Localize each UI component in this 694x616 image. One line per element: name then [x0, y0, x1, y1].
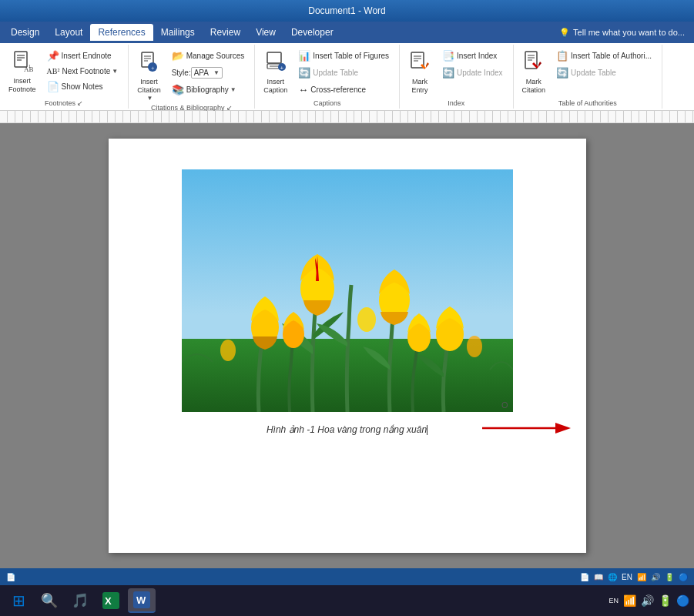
footnotes-expand[interactable]: ↙: [77, 99, 83, 107]
update-index-btn[interactable]: 🔄 Update Index: [437, 65, 508, 81]
svg-text:+: +: [151, 65, 155, 72]
volume-icon: 🔊: [651, 573, 660, 581]
update-table-captions-btn[interactable]: 🔄 Update Table: [293, 65, 394, 81]
insert-endnote-label: Insert Endnote: [62, 52, 112, 60]
captions-label: Captions: [313, 99, 341, 109]
bibliography-icon: 📚: [172, 84, 184, 95]
footnotes-group: AB 1 InsertFootnote 📌 Insert Endnote AB²…: [0, 45, 129, 109]
ruler-marks: [0, 111, 694, 122]
groove-app[interactable]: 🎵: [66, 588, 94, 613]
footnote-icon: AB 1: [12, 50, 33, 75]
footnotes-content: AB 1 InsertFootnote 📌 Insert Endnote AB²…: [5, 48, 123, 99]
menu-mailings[interactable]: Mailings: [153, 24, 203, 41]
taskbar: ⊞ 🔍 🎵 X W EN 📶 🔊 🔋 🔵: [0, 585, 694, 616]
table-figures-icon: 📊: [298, 50, 310, 62]
mark-entry-icon: [409, 50, 431, 76]
language-indicator: EN: [622, 573, 632, 581]
menu-review[interactable]: Review: [203, 24, 248, 41]
svg-text:+: +: [280, 65, 283, 72]
document-page: O Hình ảnh -1 Hoa vàng trong nắng xuân: [109, 139, 586, 553]
manage-sources-label: Manage Sources: [186, 52, 245, 60]
mark-entry-btn[interactable]: MarkEntry: [404, 48, 435, 97]
next-footnote-label: Next Footnote: [62, 67, 110, 75]
style-dropdown[interactable]: APA ▼: [191, 67, 223, 79]
next-footnote-icon: AB²: [47, 67, 60, 75]
taskbar-sound: 🔊: [641, 594, 654, 607]
style-arrow: ▼: [213, 69, 220, 76]
taskbar-right: EN 📶 🔊 🔋 🔵: [609, 594, 689, 607]
update-index-label: Update Index: [457, 69, 503, 77]
caption-icon: +: [265, 50, 287, 76]
tell-me-bar[interactable]: 💡 Tell me what you want to do...: [553, 28, 691, 38]
mark-citation-icon: [523, 50, 545, 76]
authorities-group: MarkCitation 📋 Insert Table of Authori..…: [514, 45, 662, 109]
page-icon: 📄: [6, 573, 15, 581]
title-bar: Document1 - Word: [0, 0, 694, 22]
document-area[interactable]: O Hình ảnh -1 Hoa vàng trong nắng xuân: [0, 123, 694, 568]
insert-citation-btn[interactable]: + InsertCitation ▼: [133, 48, 165, 104]
authorities-options: 📋 Insert Table of Authori... 🔄 Update Ta…: [551, 48, 657, 81]
ribbon: AB 1 InsertFootnote 📌 Insert Endnote AB²…: [0, 43, 694, 111]
taskbar-network: 📶: [623, 594, 636, 607]
footnotes-label: Footnotes ↙: [45, 99, 83, 109]
bibliography-btn[interactable]: 📚 Bibliography ▼: [166, 82, 250, 98]
insert-table-auth-icon: 📋: [556, 50, 568, 62]
insert-caption-label: InsertCaption: [263, 78, 287, 95]
citations-group: + InsertCitation ▼ 📂 Manage Sources Styl…: [129, 45, 255, 109]
insert-endnote-btn[interactable]: 📌 Insert Endnote: [42, 48, 124, 64]
index-label: Index: [448, 99, 464, 109]
taskbar-time: EN: [609, 597, 619, 604]
insert-table-figures-btn[interactable]: 📊 Insert Table of Figures: [293, 48, 394, 64]
next-footnote-btn[interactable]: AB² Next Footnote ▼: [42, 65, 124, 78]
cross-reference-btn[interactable]: ↔ Cross-reference: [293, 82, 394, 98]
search-button[interactable]: 🔍: [35, 588, 63, 613]
svg-point-35: [467, 336, 482, 357]
update-table-captions-label: Update Table: [313, 69, 358, 77]
style-value: APA: [194, 69, 209, 77]
svg-point-34: [357, 307, 376, 332]
menu-design[interactable]: Design: [3, 24, 47, 41]
insert-footnote-btn[interactable]: AB 1 InsertFootnote: [5, 48, 40, 96]
red-arrow: [478, 419, 571, 437]
endnote-icon: 📌: [47, 50, 59, 62]
menu-developer[interactable]: Developer: [283, 24, 341, 41]
captions-content: + InsertCaption 📊 Insert Table of Figure…: [260, 48, 394, 99]
status-bar: 📄 📄 📖 🌐 EN 📶 🔊 🔋 🔵: [0, 568, 694, 585]
title-text: Document1 - Word: [308, 5, 385, 16]
start-button[interactable]: ⊞: [5, 588, 32, 613]
cross-reference-label: Cross-reference: [310, 85, 366, 94]
show-notes-label: Show Notes: [62, 82, 103, 91]
index-options: 📑 Insert Index 🔄 Update Index: [437, 48, 508, 81]
citation-dropdown[interactable]: ▼: [146, 95, 153, 102]
svg-point-36: [220, 340, 236, 361]
insert-index-btn[interactable]: 📑 Insert Index: [437, 48, 508, 64]
word-app[interactable]: W: [128, 588, 156, 613]
mark-citation-btn[interactable]: MarkCitation: [518, 48, 550, 97]
taskbar-bluetooth: 🔵: [676, 594, 689, 607]
insert-caption-btn[interactable]: + InsertCaption: [260, 48, 291, 97]
menu-references[interactable]: References: [90, 24, 153, 41]
document-image: O: [182, 169, 513, 412]
lightbulb-icon: 💡: [559, 28, 570, 38]
ruler: [0, 111, 694, 123]
manage-sources-icon: 📂: [172, 50, 184, 62]
menu-view[interactable]: View: [248, 24, 283, 41]
show-notes-btn[interactable]: 📄 Show Notes: [42, 79, 124, 95]
menu-bar: Design Layout References Mailings Review…: [0, 22, 694, 43]
style-select-btn[interactable]: Style: APA ▼: [166, 65, 250, 81]
authorities-label: Table of Authorities: [558, 99, 617, 109]
svg-rect-0: [15, 52, 27, 67]
authorities-content: MarkCitation 📋 Insert Table of Authori..…: [518, 48, 657, 99]
mark-entry-label: MarkEntry: [412, 78, 428, 95]
excel-app[interactable]: X: [97, 588, 125, 613]
menu-layout[interactable]: Layout: [47, 24, 90, 41]
svg-text:W: W: [136, 594, 146, 606]
update-index-icon: 🔄: [442, 67, 454, 79]
citation-options: 📂 Manage Sources Style: APA ▼ 📚 Bibliogr…: [166, 48, 250, 98]
update-table-captions-icon: 🔄: [298, 67, 310, 79]
insert-table-figures-label: Insert Table of Figures: [313, 52, 389, 60]
insert-table-auth-btn[interactable]: 📋 Insert Table of Authori...: [551, 48, 657, 64]
manage-sources-btn[interactable]: 📂 Manage Sources: [166, 48, 250, 64]
bib-arrow: ▼: [230, 86, 236, 93]
update-table-auth-btn[interactable]: 🔄 Update Table: [551, 65, 657, 81]
